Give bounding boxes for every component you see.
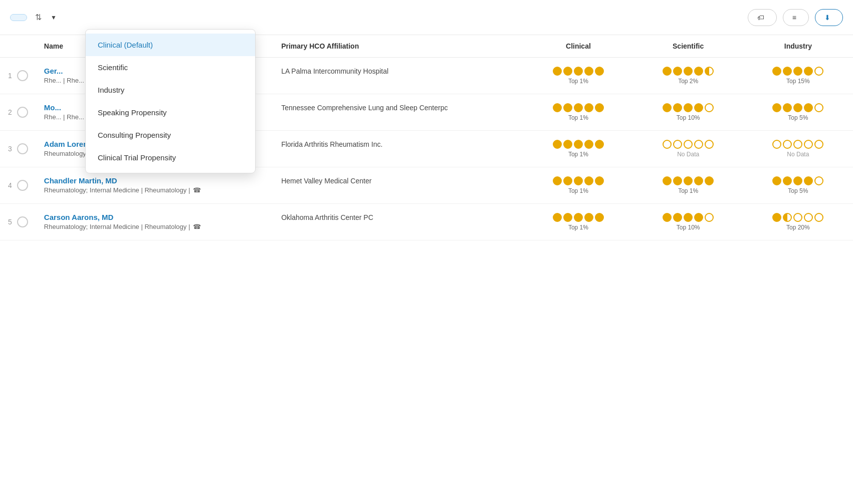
score-cell: Top 15%	[743, 58, 853, 94]
row-num: 3	[8, 143, 28, 154]
dropdown-item-speaking-propensity[interactable]: Speaking Propensity	[86, 101, 255, 124]
col-header-num	[0, 35, 36, 58]
hco-name: Oklahoma Arthritis Center PC	[281, 213, 515, 223]
header-actions: 🏷 ≡ ⬇	[748, 9, 843, 26]
doctor-name[interactable]: Chandler Martin, MD	[44, 176, 265, 185]
row-num: 2	[8, 107, 28, 118]
score-label: Top 5%	[751, 114, 845, 121]
row-number-cell: 3	[0, 131, 36, 167]
score-dot	[553, 140, 562, 149]
hco-name: Hemet Valley Medical Center	[281, 176, 515, 186]
sort-icon: ⇅	[35, 13, 42, 22]
dropdown-item-clinical-trial-propensity[interactable]: Clinical Trial Propensity	[86, 146, 255, 169]
dots-row	[751, 67, 845, 76]
dots-row	[531, 176, 625, 185]
score-dot	[783, 140, 792, 149]
col-header-scientific[interactable]: Scientific	[633, 35, 743, 58]
score-dot	[705, 176, 714, 185]
select-circle-icon[interactable]	[17, 107, 28, 118]
score-dot	[793, 103, 802, 112]
phone-icon: ☎	[193, 223, 201, 230]
dots-row	[642, 140, 735, 149]
score-dot	[705, 140, 714, 149]
add-to-list-button[interactable]: ≡	[783, 9, 809, 26]
score-dot	[553, 67, 562, 76]
dropdown-item-consulting-propensity[interactable]: Consulting Propensity	[86, 124, 255, 146]
score-label: Top 1%	[642, 187, 735, 194]
score-dot	[793, 67, 802, 76]
score-dot	[814, 103, 823, 112]
row-number-cell: 4	[0, 167, 36, 204]
score-dot	[584, 140, 593, 149]
score-dot	[772, 213, 781, 222]
score-dot	[563, 140, 572, 149]
score-dot	[663, 213, 672, 222]
score-dot	[694, 103, 703, 112]
col-header-industry[interactable]: Industry	[743, 35, 853, 58]
score-dot	[793, 176, 802, 185]
score-dot	[553, 213, 562, 222]
score-label: Top 5%	[751, 187, 845, 194]
score-dot	[814, 213, 823, 222]
score-dot	[553, 176, 562, 185]
score-label: Top 1%	[531, 224, 625, 231]
score-dot	[814, 67, 823, 76]
hco-cell: LA Palma Intercommunity Hospital	[273, 58, 523, 94]
score-dot	[772, 176, 781, 185]
doctor-name[interactable]: Carson Aarons, MD	[44, 213, 265, 221]
score-dot	[783, 103, 792, 112]
score-dot	[595, 103, 604, 112]
dropdown-item-clinical-default[interactable]: Clinical (Default)	[86, 34, 255, 56]
export-button[interactable]: ⬇	[815, 9, 843, 26]
score-dot	[595, 140, 604, 149]
score-dot	[804, 67, 813, 76]
row-num: 5	[8, 216, 28, 227]
col-header-hco: Primary HCO Affiliation	[273, 35, 523, 58]
select-circle-icon[interactable]	[17, 216, 28, 227]
sort-dropdown-button[interactable]: ▼	[48, 14, 57, 21]
score-label: Top 1%	[531, 78, 625, 85]
score-dot	[793, 140, 802, 149]
score-label: Top 1%	[531, 151, 625, 158]
score-dot	[814, 176, 823, 185]
score-dot	[783, 213, 792, 222]
row-number-cell: 1	[0, 58, 36, 94]
score-dot	[772, 140, 781, 149]
score-dot	[595, 67, 604, 76]
dropdown-item-industry[interactable]: Industry	[86, 79, 255, 101]
score-dot	[673, 103, 682, 112]
score-dot	[684, 67, 693, 76]
score-dot	[684, 103, 693, 112]
score-dot	[663, 176, 672, 185]
results-count	[10, 14, 27, 21]
score-dot	[584, 213, 593, 222]
score-dot	[574, 67, 583, 76]
select-circle-icon[interactable]	[17, 143, 28, 154]
list-icon: ≡	[792, 14, 796, 22]
tags-button[interactable]: 🏷	[748, 9, 777, 26]
score-label: No Data	[751, 151, 845, 158]
score-cell: Top 20%	[743, 204, 853, 240]
row-num: 1	[8, 70, 28, 81]
dots-row	[531, 67, 625, 76]
row-number: 3	[8, 145, 12, 153]
score-dot	[694, 140, 703, 149]
col-header-clinical[interactable]: Clinical	[523, 35, 633, 58]
select-circle-icon[interactable]	[17, 70, 28, 81]
score-dot	[673, 67, 682, 76]
sort-dropdown-menu: Clinical (Default) Scientific Industry S…	[85, 29, 256, 173]
score-label: Top 10%	[642, 114, 735, 121]
chevron-down-icon: ▼	[51, 14, 57, 21]
hco-cell: Oklahoma Arthritis Center PC	[273, 204, 523, 240]
score-dot	[673, 176, 682, 185]
score-dot	[684, 213, 693, 222]
score-dot	[663, 103, 672, 112]
score-cell: Top 2%	[633, 58, 743, 94]
dropdown-item-scientific[interactable]: Scientific	[86, 56, 255, 79]
doctor-specialty: Rheumatology; Internal Medicine | Rheuma…	[44, 223, 265, 230]
phone-icon: ☎	[193, 186, 201, 194]
select-circle-icon[interactable]	[17, 180, 28, 191]
score-dot	[772, 103, 781, 112]
dots-row	[751, 176, 845, 185]
header-bar: ⇅ ▼ 🏷 ≡ ⬇ Clinical (Default) Scientific …	[0, 0, 853, 35]
